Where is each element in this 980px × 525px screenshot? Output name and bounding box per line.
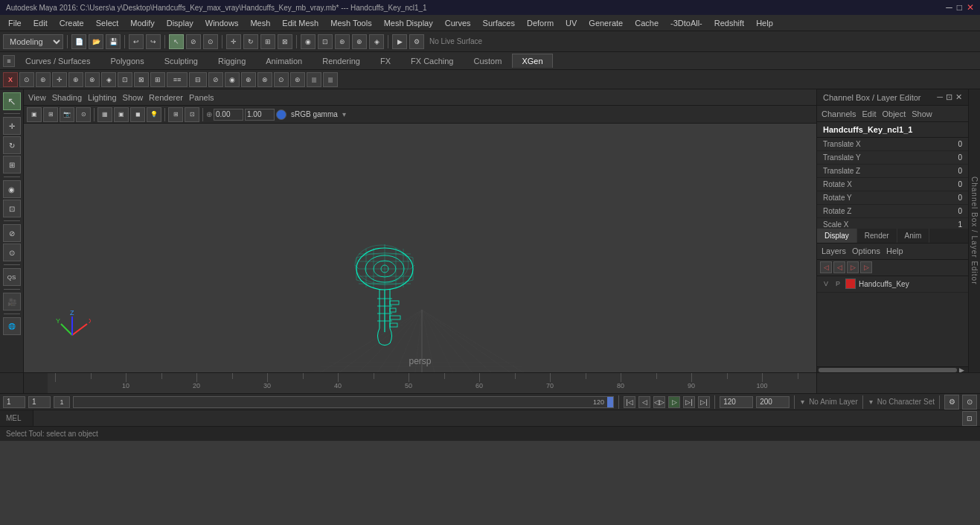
shelf-icon-7[interactable]: ◈ [101, 72, 116, 87]
menu-item-edit-mesh[interactable]: Edit Mesh [277, 17, 324, 29]
shelf-icon-17[interactable]: ⊙ [274, 72, 289, 87]
cb-minimize-icon[interactable]: ─ [937, 92, 943, 102]
vp-wireframe-icon[interactable]: ▦ [97, 107, 112, 122]
shelf-collapse-icon[interactable]: ≡ [3, 55, 15, 67]
menu-item-uv[interactable]: UV [560, 17, 582, 29]
close-button[interactable]: ✕ [967, 2, 974, 13]
frame-inner-input[interactable] [55, 397, 68, 407]
lasso-icon[interactable]: ⊘ [3, 224, 21, 242]
edit-menu[interactable]: Edit [862, 109, 876, 118]
playback-end-field[interactable] [756, 396, 790, 408]
attribute-editor-label[interactable]: Channel Box / Layer Editor [968, 89, 980, 372]
lighting-menu-item[interactable]: Lighting [88, 93, 117, 102]
menu-item-deform[interactable]: Deform [522, 17, 559, 29]
shelf-icon-4[interactable]: ✛ [52, 72, 67, 87]
step-back-button[interactable]: ◁ [638, 396, 650, 408]
tab-fx-caching[interactable]: FX Caching [401, 54, 463, 68]
shelf-icon-2[interactable]: ⊙ [19, 72, 34, 87]
layers-menu[interactable]: Layers [822, 246, 846, 255]
channel-value-ry[interactable]: 0 [940, 194, 962, 202]
snap-curve-icon[interactable]: ⊛ [335, 34, 350, 49]
layer-item[interactable]: V P Handcuffs_Key [817, 276, 968, 293]
shelf-icon-19[interactable]: ||| [307, 72, 321, 87]
vp-smooth-icon[interactable]: ▣ [114, 107, 129, 122]
camera-icon[interactable]: 🎥 [3, 293, 21, 311]
layer-up-icon[interactable]: ▷ [847, 261, 859, 273]
anim-layer-dropdown-icon[interactable]: ▾ [799, 398, 806, 406]
char-prefs-icon[interactable]: ⊙ [962, 395, 977, 410]
menu-item-generate[interactable]: Generate [583, 17, 628, 29]
step-forward-button[interactable]: ▷| [683, 396, 695, 408]
quick-select-icon[interactable]: QS [3, 268, 21, 286]
vp-icon-layout[interactable]: ▣ [27, 107, 42, 122]
go-end-button[interactable]: ▷| [698, 396, 710, 408]
channel-rotateY[interactable]: Rotate Y 0 [817, 191, 968, 205]
viewport-3d[interactable]: X Y Z persp [24, 124, 816, 372]
vp-icon-cam[interactable]: 📷 [60, 107, 74, 122]
new-scene-icon[interactable]: 📄 [71, 34, 86, 49]
timeline-ruler[interactable]: 102030405060708090100110 [48, 373, 816, 393]
menu-item-surfaces[interactable]: Surfaces [478, 17, 520, 29]
vp-light-icon[interactable]: 💡 [147, 107, 161, 122]
render-settings-icon[interactable]: ⚙ [409, 34, 424, 49]
tab-rigging[interactable]: Rigging [208, 54, 255, 68]
snap-surface-icon[interactable]: ◈ [369, 34, 384, 49]
gamma-input-2[interactable] [245, 109, 275, 121]
shelf-icon-3[interactable]: ⊛ [36, 72, 51, 87]
tab-sculpting[interactable]: Sculpting [155, 54, 208, 68]
menu-item-help[interactable]: Help [751, 17, 778, 29]
current-frame-input-1[interactable] [28, 396, 51, 408]
panels-menu-item[interactable]: Panels [189, 93, 214, 102]
command-input[interactable] [33, 410, 962, 426]
paint-select-icon[interactable]: ⊙ [203, 34, 218, 49]
start-frame-input[interactable] [3, 396, 25, 408]
vp-texture-icon[interactable]: ◼ [130, 107, 145, 122]
shelf-icon-12[interactable]: ⊟ [189, 72, 207, 87]
shelf-icon-5[interactable]: ⊕ [68, 72, 83, 87]
layer-add-icon[interactable]: ◁ [820, 261, 832, 273]
lasso-select-icon[interactable]: ⊘ [186, 34, 201, 49]
cb-dock-icon[interactable]: ⊡ [946, 92, 952, 102]
channel-translateZ[interactable]: Translate Z 0 [817, 165, 968, 178]
shelf-icon-16[interactable]: ⊗ [257, 72, 272, 87]
shelf-icon-20[interactable]: ||| [323, 72, 338, 87]
menu-item-curves[interactable]: Curves [440, 17, 476, 29]
tab-xgen[interactable]: XGen [512, 54, 552, 68]
cb-close-icon[interactable]: ✕ [955, 92, 962, 102]
menu-item-redshift[interactable]: Redshift [709, 17, 749, 29]
soft-mod-icon[interactable]: ◉ [3, 180, 21, 198]
playback-prefs-icon[interactable]: ⚙ [944, 395, 959, 410]
channel-translateY[interactable]: Translate Y 0 [817, 151, 968, 165]
vp-obj-icon[interactable]: ⊡ [185, 107, 199, 122]
vp-icon-anim[interactable]: ⊙ [76, 107, 91, 122]
menu-item-create[interactable]: Create [54, 17, 89, 29]
channel-value-ty[interactable]: 0 [940, 153, 962, 162]
vp-icon-4view[interactable]: ⊞ [43, 107, 58, 122]
layer-scrollbar[interactable]: ▶ [817, 366, 968, 372]
help-menu[interactable]: Help [886, 246, 903, 255]
play-back-button[interactable]: ◁▷ [653, 396, 665, 408]
channel-value-tz[interactable]: 0 [940, 167, 962, 175]
tab-fx[interactable]: FX [371, 54, 400, 68]
shelf-icon-10[interactable]: ⊞ [150, 72, 165, 87]
char-set-dropdown-icon[interactable]: ▾ [868, 398, 874, 406]
save-scene-icon[interactable]: 💾 [106, 34, 121, 49]
move-tool-icon[interactable]: ✛ [226, 34, 241, 49]
soft-select-icon[interactable]: ◉ [301, 34, 316, 49]
snap-point-icon[interactable]: ⊕ [352, 34, 367, 49]
select-tool-icon[interactable]: ↖ [169, 34, 184, 49]
show-menu[interactable]: Show [912, 109, 932, 118]
rotate-tool-left-icon[interactable]: ↻ [3, 136, 21, 154]
minimize-button[interactable]: ─ [946, 2, 952, 13]
layer-name[interactable]: Handcuffs_Key [859, 280, 909, 288]
shelf-icon-6[interactable]: ⊗ [85, 72, 100, 87]
range-slider-thumb[interactable] [607, 397, 613, 407]
options-menu[interactable]: Options [852, 246, 880, 255]
layer-down-icon[interactable]: ▷ [860, 261, 872, 273]
tab-animation[interactable]: Animation [256, 54, 312, 68]
playback-start-field[interactable] [720, 396, 753, 408]
menu-item-edit[interactable]: Edit [28, 17, 53, 29]
shelf-icon-8[interactable]: ⊡ [118, 72, 132, 87]
object-menu[interactable]: Object [882, 109, 906, 118]
scale-tool-left-icon[interactable]: ⊞ [3, 156, 21, 174]
